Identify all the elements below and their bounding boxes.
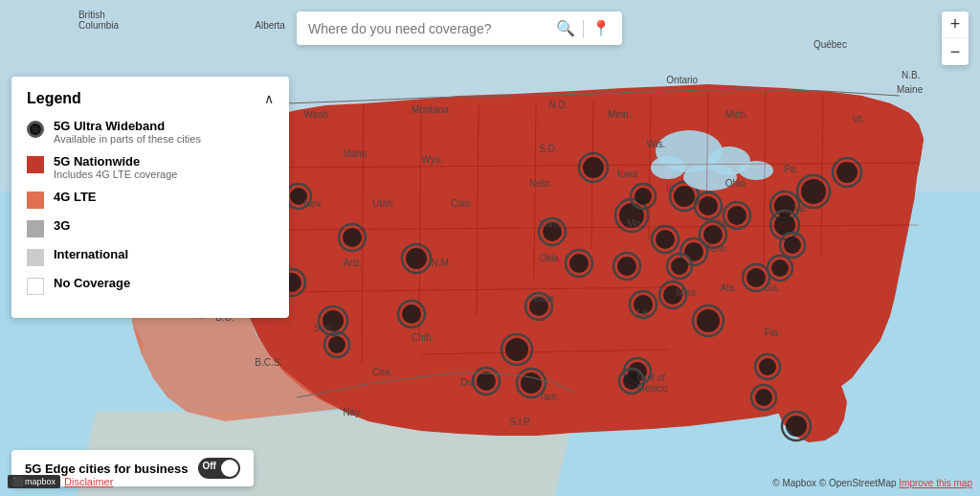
legend-item-uwb: 5G Ultra Wideband Available in parts of … [27, 119, 274, 145]
toggle-knob [221, 460, 238, 477]
svg-point-43 [569, 254, 589, 273]
legend-panel: Legend ∧ 5G Ultra Wideband Available in … [11, 77, 289, 318]
legend-item-international: International [27, 247, 274, 266]
map-container: Alberta BritishColumbia Saskatchewan Man… [0, 0, 980, 496]
svg-point-13 [505, 338, 528, 361]
legend-item-3g: 3G [27, 218, 274, 237]
3g-icon [27, 220, 44, 237]
svg-point-87 [623, 372, 640, 390]
svg-point-37 [786, 416, 807, 437]
svg-point-92 [683, 164, 737, 191]
location-icon[interactable]: 📍 [591, 19, 611, 37]
4g-icon [27, 192, 44, 209]
svg-point-67 [402, 304, 421, 324]
uwb-icon [27, 121, 44, 138]
svg-point-79 [759, 358, 776, 375]
svg-point-53 [663, 285, 682, 304]
svg-point-81 [771, 259, 789, 277]
nocoverage-label: No Coverage [54, 276, 130, 290]
nationwide-sublabel: Includes 4G LTE coverage [54, 169, 177, 180]
svg-point-47 [703, 225, 723, 244]
search-icon[interactable]: 🔍 [556, 19, 575, 37]
search-divider [583, 20, 584, 37]
svg-point-9 [406, 248, 427, 269]
svg-point-49 [684, 242, 703, 261]
legend-item-4g: 4G LTE [27, 190, 274, 209]
svg-point-17 [619, 203, 644, 228]
zoom-in-button[interactable]: + [942, 11, 969, 38]
svg-point-91 [651, 156, 685, 179]
svg-point-75 [328, 336, 345, 353]
svg-point-63 [529, 297, 548, 316]
3g-label: 3G [54, 218, 70, 233]
svg-point-73 [290, 188, 307, 205]
svg-point-31 [836, 162, 858, 183]
search-bar[interactable]: 🔍 📍 [297, 11, 622, 45]
legend-header: Legend ∧ [27, 90, 274, 107]
edge-toggle[interactable]: Off [198, 458, 240, 479]
legend-title: Legend [27, 90, 81, 107]
svg-point-55 [634, 295, 653, 314]
uwb-sublabel: Available in parts of these cities [54, 133, 201, 145]
nationwide-label: 5G Nationwide [54, 154, 177, 169]
zoom-out-button[interactable]: − [942, 38, 969, 65]
legend-collapse-icon[interactable]: ∧ [264, 91, 274, 106]
svg-point-69 [784, 237, 801, 254]
svg-point-77 [755, 389, 772, 406]
svg-point-21 [674, 186, 695, 207]
zoom-controls: + − [942, 11, 969, 65]
search-input[interactable] [308, 21, 548, 36]
svg-point-35 [697, 309, 720, 332]
international-icon [27, 249, 44, 266]
toggle-state-label: Off [203, 461, 216, 471]
svg-point-65 [543, 222, 562, 241]
svg-point-39 [746, 268, 766, 287]
nationwide-icon [27, 156, 44, 173]
4g-label: 4G LTE [54, 190, 97, 204]
mapbox-logo: ⬛ mapbox Disclaimer [8, 475, 113, 488]
mapbox-label: mapbox [25, 477, 56, 486]
nocoverage-icon [27, 278, 44, 295]
svg-point-83 [671, 258, 688, 275]
svg-point-11 [323, 310, 344, 331]
legend-item-nationwide: 5G Nationwide Includes 4G LTE coverage [27, 154, 274, 180]
international-label: International [54, 247, 128, 261]
attribution: © Mapbox © OpenStreetMap Improve this ma… [772, 478, 972, 488]
svg-point-45 [656, 230, 675, 249]
svg-point-61 [477, 372, 496, 391]
svg-point-41 [617, 257, 636, 276]
svg-point-57 [343, 228, 362, 247]
svg-point-25 [727, 206, 746, 225]
uwb-label: 5G Ultra Wideband [54, 119, 201, 133]
svg-point-19 [583, 157, 604, 178]
legend-item-nocoverage: No Coverage [27, 276, 274, 295]
edge-business-label: 5G Edge cities for business [25, 462, 189, 476]
improve-map-link[interactable]: Improve this map [899, 478, 972, 488]
disclaimer-link[interactable]: Disclaimer [64, 476, 113, 487]
svg-point-23 [699, 196, 718, 215]
